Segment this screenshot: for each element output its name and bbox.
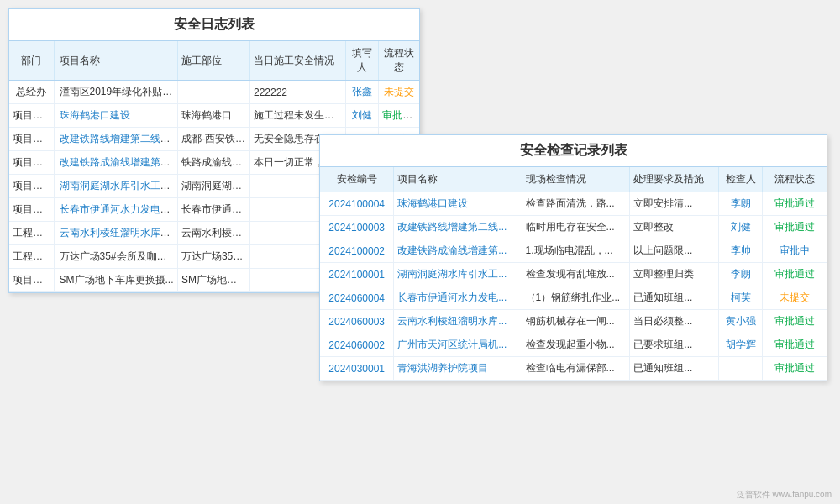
- check-cell-person[interactable]: 胡学辉: [718, 333, 763, 357]
- check-cell-person[interactable]: 柯芙: [718, 286, 763, 310]
- log-cell-dept: 总经办: [9, 81, 54, 104]
- check-header-status: 流程状态: [763, 167, 827, 192]
- check-panel: 安全检查记录列表 安检编号 项目名称 现场检查情况 处理要求及措施 检查人 流程…: [319, 134, 827, 381]
- check-cell-proj[interactable]: 广州市天河区统计局机...: [394, 333, 522, 357]
- log-header-safety: 当日施工安全情况: [249, 41, 345, 81]
- check-table-row: 2024030001青海洪湖养护院项目检查临电有漏保部...已通知班组...审批…: [320, 357, 827, 381]
- check-cell-site: 检查发现有乱堆放...: [522, 263, 630, 286]
- log-cell-proj[interactable]: 云南水利棱纽溜明水库一...: [54, 222, 177, 245]
- log-cell-dept: 项目二部: [9, 269, 54, 292]
- main-container: 安全日志列表 部门 项目名称 施工部位 当日施工安全情况 填写人 流程状态 总经…: [0, 0, 840, 504]
- log-cell-safety: 施工过程未发生安全事故...: [249, 104, 345, 128]
- check-cell-site: 检查临电有漏保部...: [522, 357, 630, 381]
- check-table: 安检编号 项目名称 现场检查情况 处理要求及措施 检查人 流程状态 202410…: [320, 167, 827, 381]
- log-header-dept: 部门: [9, 41, 54, 81]
- log-cell-site: 云南水利棱纽溜...: [177, 222, 249, 245]
- log-cell-proj[interactable]: 珠海鹤港口建设: [54, 104, 177, 128]
- log-cell-proj[interactable]: 湖南洞庭湖水库引水工程...: [54, 175, 177, 198]
- check-cell-proj[interactable]: 改建铁路成渝线增建第...: [394, 239, 522, 263]
- log-cell-status: 审批通过: [379, 104, 419, 128]
- log-cell-proj[interactable]: 长春市伊通河水力发电厂...: [54, 198, 177, 222]
- check-cell-status: 审批通过: [763, 333, 827, 357]
- log-cell-person[interactable]: 张鑫: [346, 81, 379, 104]
- log-header-status: 流程状态: [379, 41, 419, 81]
- log-cell-dept: 项目三部: [9, 104, 54, 128]
- check-cell-person[interactable]: 李帅: [718, 239, 763, 263]
- log-cell-dept: 项目三部: [9, 198, 54, 222]
- check-cell-person[interactable]: 刘健: [718, 216, 763, 239]
- log-cell-status: 未提交: [379, 81, 419, 104]
- check-table-row: 2024100004珠海鹤港口建设检查路面清洗，路...立即安排清...李朗审批…: [320, 192, 827, 216]
- check-cell-proj[interactable]: 湖南洞庭湖水库引水工...: [394, 263, 522, 286]
- check-cell-req: 以上问题限...: [630, 239, 718, 263]
- log-cell-site: 湖南洞庭湖水库: [177, 175, 249, 198]
- check-cell-status: 审批通过: [763, 216, 827, 239]
- check-cell-proj[interactable]: 长春市伊通河水力发电...: [394, 286, 522, 310]
- log-table-row: 项目三部珠海鹤港口建设珠海鹤港口施工过程未发生安全事故...刘健审批通过: [9, 104, 419, 128]
- check-cell-proj[interactable]: 珠海鹤港口建设: [394, 192, 522, 216]
- log-cell-dept: 项目一部: [9, 128, 54, 151]
- check-cell-req: 立即整理归类: [630, 263, 718, 286]
- check-cell-id[interactable]: 2024060003: [320, 310, 394, 333]
- log-cell-site: 铁路成渝线（成...: [177, 151, 249, 175]
- log-cell-safety: 222222: [249, 81, 345, 104]
- log-cell-proj: SM广场地下车库更换摄...: [54, 269, 177, 292]
- check-table-header-row: 安检编号 项目名称 现场检查情况 处理要求及措施 检查人 流程状态: [320, 167, 827, 192]
- log-cell-person[interactable]: 刘健: [346, 104, 379, 128]
- log-header-proj: 项目名称: [54, 41, 177, 81]
- check-cell-id[interactable]: 2024060004: [320, 286, 394, 310]
- log-cell-dept: 工程管...: [9, 222, 54, 245]
- log-header-site: 施工部位: [177, 41, 249, 81]
- log-cell-proj: 万达广场35#会所及咖啡...: [54, 245, 177, 269]
- check-cell-status: 审批通过: [763, 263, 827, 286]
- log-table-row: 总经办潼南区2019年绿化补贴项...222222张鑫未提交: [9, 81, 419, 104]
- check-cell-id[interactable]: 2024060002: [320, 333, 394, 357]
- log-header-person: 填写人: [346, 41, 379, 81]
- log-cell-dept: 项目二部: [9, 151, 54, 175]
- check-cell-site: 临时用电存在安全...: [522, 216, 630, 239]
- check-cell-site: 检查发现起重小物...: [522, 333, 630, 357]
- check-table-row: 2024060004长春市伊通河水力发电...（1）钢筋绑扎作业...已通知班组…: [320, 286, 827, 310]
- check-cell-status: 审批通过: [763, 192, 827, 216]
- check-cell-status: 审批通过: [763, 310, 827, 333]
- log-panel-title: 安全日志列表: [9, 9, 419, 41]
- check-table-row: 2024100003改建铁路线增建第二线...临时用电存在安全...立即整改刘健…: [320, 216, 827, 239]
- log-cell-site: [177, 81, 249, 104]
- check-cell-id[interactable]: 2024100004: [320, 192, 394, 216]
- watermark: 泛普软件 www.fanpu.com: [737, 489, 832, 501]
- check-cell-proj[interactable]: 改建铁路线增建第二线...: [394, 216, 522, 239]
- check-cell-req: 已要求班组...: [630, 333, 718, 357]
- check-cell-proj[interactable]: 青海洪湖养护院项目: [394, 357, 522, 381]
- check-table-row: 2024060003云南水利棱纽溜明水库...钢筋机械存在一闸...当日必须整.…: [320, 310, 827, 333]
- log-cell-proj[interactable]: 改建铁路线增建第二线直...: [54, 128, 177, 151]
- check-table-row: 2024100002改建铁路成渝线增建第...1.现场临电混乱，...以上问题限…: [320, 239, 827, 263]
- check-cell-person[interactable]: 李朗: [718, 192, 763, 216]
- check-table-row: 2024100001湖南洞庭湖水库引水工...检查发现有乱堆放...立即整理归类…: [320, 263, 827, 286]
- log-cell-site: 万达广场35#会...: [177, 245, 249, 269]
- check-cell-status: 审批中: [763, 239, 827, 263]
- log-cell-site: 珠海鹤港口: [177, 104, 249, 128]
- check-cell-id[interactable]: 2024100001: [320, 263, 394, 286]
- check-cell-person[interactable]: 李朗: [718, 263, 763, 286]
- log-table-header-row: 部门 项目名称 施工部位 当日施工安全情况 填写人 流程状态: [9, 41, 419, 81]
- check-cell-proj[interactable]: 云南水利棱纽溜明水库...: [394, 310, 522, 333]
- check-cell-person: [718, 357, 763, 381]
- check-cell-id[interactable]: 2024030001: [320, 357, 394, 381]
- check-cell-id[interactable]: 2024100003: [320, 216, 394, 239]
- check-cell-person[interactable]: 黄小强: [718, 310, 763, 333]
- check-table-row: 2024060002广州市天河区统计局机...检查发现起重小物...已要求班组.…: [320, 333, 827, 357]
- check-cell-req: 立即整改: [630, 216, 718, 239]
- check-header-id: 安检编号: [320, 167, 394, 192]
- log-cell-proj[interactable]: 改建铁路成渝线增建第二...: [54, 151, 177, 175]
- log-cell-site: 成都-西安铁路...: [177, 128, 249, 151]
- check-cell-id[interactable]: 2024100002: [320, 239, 394, 263]
- check-cell-site: 钢筋机械存在一闸...: [522, 310, 630, 333]
- check-cell-status: 审批通过: [763, 357, 827, 381]
- check-cell-req: 已通知班组...: [630, 286, 718, 310]
- log-cell-dept: 工程管...: [9, 245, 54, 269]
- check-cell-status: 未提交: [763, 286, 827, 310]
- check-cell-site: 1.现场临电混乱，...: [522, 239, 630, 263]
- check-panel-title: 安全检查记录列表: [320, 135, 827, 167]
- check-cell-req: 立即安排清...: [630, 192, 718, 216]
- check-header-req: 处理要求及措施: [630, 167, 718, 192]
